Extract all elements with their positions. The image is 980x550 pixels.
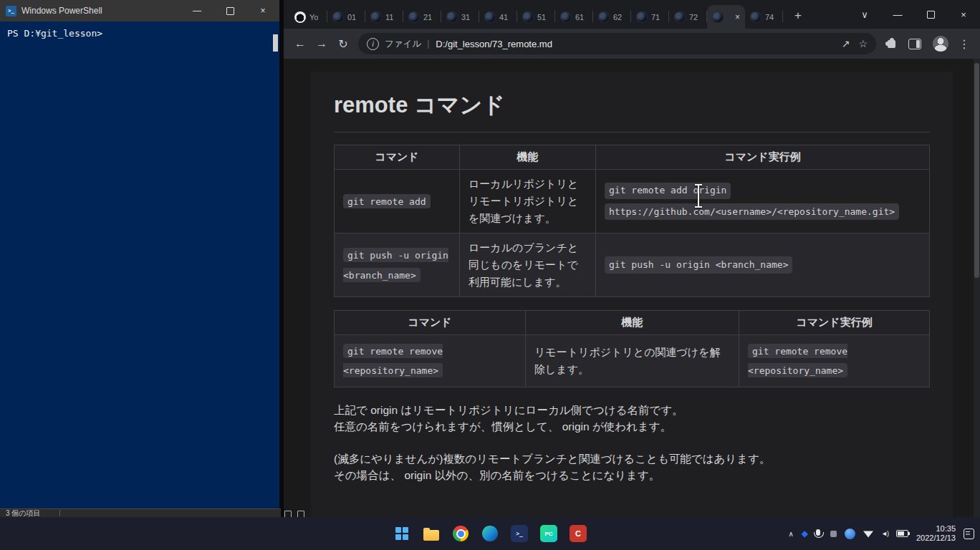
tab-favicon bbox=[598, 11, 610, 23]
tab-strip: Yo 01 11 21 31 41 bbox=[284, 0, 980, 29]
browser-tab[interactable]: 21 bbox=[403, 5, 441, 29]
tab-label: 61 bbox=[575, 13, 584, 21]
browser-tab[interactable]: 51 bbox=[517, 5, 555, 29]
new-tab-button[interactable]: + bbox=[789, 6, 807, 25]
microphone-icon[interactable] bbox=[816, 529, 820, 536]
minimize-button[interactable]: — bbox=[881, 0, 914, 29]
tab-search-chevron-icon[interactable]: ∨ bbox=[848, 0, 881, 29]
powershell-prompt: PS D:¥git_lesson> bbox=[7, 28, 102, 39]
browser-tab[interactable]: 62 bbox=[593, 5, 631, 29]
markdown-body: remote コマンド コマンド 機能 コマンド実行例 git remote a… bbox=[311, 72, 953, 517]
paragraph-line: その場合は、 origin 以外の、別の名前をつけることになります。 bbox=[334, 467, 930, 483]
pycharm-button[interactable]: PC bbox=[539, 524, 558, 543]
scrollbar-thumb[interactable] bbox=[974, 63, 979, 278]
description-cell: リモートリポジトリとの関連づけを解除します。 bbox=[526, 335, 739, 387]
browser-tab[interactable]: 71 bbox=[631, 5, 669, 29]
browser-tab-active[interactable]: × bbox=[707, 5, 745, 29]
back-button[interactable]: ← bbox=[289, 33, 311, 54]
browser-tab[interactable]: 41 bbox=[479, 5, 517, 29]
system-tray: ∧ ◆ ◄) 10:35 2022/12/13 bbox=[788, 517, 974, 550]
browser-tab[interactable]: 72 bbox=[669, 5, 707, 29]
browser-tab[interactable]: 01 bbox=[327, 5, 365, 29]
remote-remove-table: コマンド 機能 コマンド実行例 git remote remove <repos… bbox=[334, 310, 930, 387]
chrome-button[interactable] bbox=[451, 524, 470, 543]
tab-label: 51 bbox=[537, 13, 546, 21]
browser-menu-icon[interactable]: ⋮ bbox=[959, 37, 970, 51]
hidden-icons-chevron[interactable]: ∧ bbox=[788, 530, 793, 538]
site-info-icon[interactable]: i bbox=[367, 38, 379, 50]
close-button[interactable]: × bbox=[246, 0, 279, 21]
address-bar[interactable]: i ファイル | D:/git_lesson/73_remote.md ↗ ☆ bbox=[358, 33, 876, 54]
windows-logo-icon bbox=[395, 527, 408, 540]
tab-favicon bbox=[674, 11, 686, 23]
example-cell: git push -u origin <branch_name> bbox=[596, 233, 930, 297]
time-text: 10:35 bbox=[916, 524, 956, 534]
horizontal-rule bbox=[334, 132, 930, 132]
text-cursor bbox=[694, 184, 703, 208]
tab-label: 72 bbox=[689, 13, 698, 21]
tab-favicon bbox=[560, 11, 572, 23]
tab-favicon bbox=[332, 11, 344, 23]
tab-label: 21 bbox=[423, 13, 432, 21]
browser-tab[interactable]: Yo bbox=[289, 5, 327, 29]
maximize-button[interactable] bbox=[213, 0, 246, 21]
example-code: git remote add origin bbox=[605, 183, 731, 199]
notification-center-icon[interactable] bbox=[964, 529, 974, 539]
browser-tab[interactable]: 31 bbox=[441, 5, 479, 29]
browser-tab[interactable]: 74 bbox=[745, 5, 783, 29]
start-button[interactable] bbox=[393, 524, 411, 543]
tab-favicon bbox=[522, 11, 534, 23]
side-panel-icon[interactable] bbox=[908, 39, 921, 49]
c-app-button[interactable]: C bbox=[569, 524, 587, 543]
powershell-terminal[interactable]: PS D:¥git_lesson> bbox=[0, 21, 279, 508]
tab-close-icon[interactable]: × bbox=[735, 13, 740, 21]
col-header: コマンド実行例 bbox=[596, 145, 930, 170]
col-header: コマンド実行例 bbox=[739, 311, 930, 335]
table-row: git remote add ローカルリポジトリとリモートリポジトリとを関連づけ… bbox=[335, 170, 930, 233]
command-cell: git push -u origin <branch_name> bbox=[335, 233, 460, 297]
browser-tab[interactable]: 11 bbox=[365, 5, 403, 29]
statusbar-divider bbox=[59, 510, 60, 516]
tab-favicon bbox=[484, 11, 496, 23]
volume-icon[interactable]: ◄) bbox=[881, 530, 888, 537]
tab-favicon bbox=[636, 11, 648, 23]
remote-commands-table: コマンド 機能 コマンド実行例 git remote add ローカルリポジトリ… bbox=[334, 145, 930, 297]
taskbar-clock[interactable]: 10:35 2022/12/13 bbox=[916, 524, 956, 543]
share-icon[interactable]: ↗ bbox=[842, 38, 850, 49]
example-code: git push -u origin <branch_name> bbox=[605, 256, 792, 273]
dropbox-icon[interactable]: ◆ bbox=[802, 529, 808, 539]
browser-tab[interactable]: 61 bbox=[555, 5, 593, 29]
c-app-icon: C bbox=[570, 525, 587, 542]
desktop: 3 個の項目 >_ Windows PowerShell — × PS D:¥g… bbox=[0, 0, 980, 550]
maximize-button[interactable] bbox=[914, 0, 947, 29]
profile-avatar[interactable] bbox=[933, 36, 948, 52]
wifi-icon[interactable] bbox=[863, 530, 873, 538]
edge-button[interactable] bbox=[481, 524, 499, 543]
powershell-titlebar[interactable]: >_ Windows PowerShell — × bbox=[0, 0, 279, 21]
edge-icon bbox=[482, 526, 498, 541]
date-text: 2022/12/13 bbox=[916, 534, 956, 543]
command-code: git push -u origin <branch_name> bbox=[343, 248, 448, 282]
powershell-scrollbar[interactable] bbox=[273, 32, 278, 501]
tray-app-icon[interactable] bbox=[830, 531, 837, 537]
close-button[interactable]: × bbox=[947, 0, 980, 29]
powershell-taskbar-button[interactable]: >_ bbox=[510, 524, 529, 543]
description-cell: ローカルリポジトリとリモートリポジトリとを関連づけます。 bbox=[460, 170, 596, 233]
battery-icon[interactable] bbox=[896, 530, 908, 537]
folder-icon bbox=[423, 530, 439, 541]
page-scrollbar[interactable] bbox=[974, 59, 980, 517]
forward-button[interactable]: → bbox=[311, 33, 332, 54]
url-text[interactable]: D:/git_lesson/73_remote.md bbox=[436, 39, 832, 49]
github-favicon bbox=[294, 11, 306, 23]
file-explorer-button[interactable] bbox=[422, 524, 441, 543]
reload-button[interactable]: ↻ bbox=[332, 33, 354, 54]
tray-blue-app-icon[interactable] bbox=[845, 529, 855, 539]
bookmark-star-icon[interactable]: ☆ bbox=[858, 38, 868, 49]
paragraph-line: 上記で origin はリモートリポジトリにローカル側でつける名前です。 bbox=[334, 402, 930, 418]
paragraph: 上記で origin はリモートリポジトリにローカル側でつける名前です。 任意の… bbox=[334, 402, 930, 435]
scrollbar-thumb[interactable] bbox=[273, 34, 278, 52]
terminal-icon: >_ bbox=[511, 525, 528, 542]
maximize-icon bbox=[226, 7, 234, 15]
minimize-button[interactable]: — bbox=[181, 0, 213, 21]
extensions-icon[interactable] bbox=[888, 40, 895, 48]
